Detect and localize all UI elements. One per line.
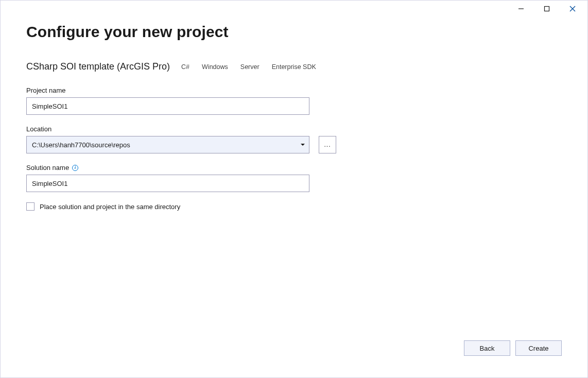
same-directory-label: Place solution and project in the same d… [40,203,180,211]
same-directory-checkbox[interactable] [26,202,34,211]
create-button[interactable]: Create [515,340,562,356]
window-controls [514,1,587,17]
template-line: CSharp SOI template (ArcGIS Pro) C# Wind… [26,61,563,72]
footer-buttons: Back Create [464,340,562,356]
chevron-down-icon [301,144,305,146]
location-combobox[interactable]: C:\Users\hanh7700\source\repos [26,136,309,153]
project-name-input[interactable] [26,97,309,115]
project-name-label: Project name [26,87,563,94]
tag-enterprise-sdk: Enterprise SDK [271,62,317,72]
solution-name-input[interactable] [26,175,309,192]
solution-name-label: Solution name i [26,164,563,171]
tag-server: Server [239,62,261,72]
template-name: CSharp SOI template (ArcGIS Pro) [26,61,170,72]
location-value: C:\Users\hanh7700\source\repos [32,141,130,149]
info-icon[interactable]: i [72,165,78,171]
page-title: Configure your new project [26,23,563,41]
tag-windows: Windows [201,62,229,72]
tag-csharp: C# [180,62,191,72]
browse-button[interactable]: ... [319,136,336,153]
svg-rect-1 [545,7,549,11]
minimize-button[interactable] [514,2,528,15]
main-content: Configure your new project CSharp SOI te… [26,23,563,211]
maximize-button[interactable] [540,2,554,15]
solution-name-label-text: Solution name [26,164,69,171]
same-directory-checkbox-row: Place solution and project in the same d… [26,202,563,211]
location-label: Location [26,125,563,133]
back-button[interactable]: Back [464,340,510,356]
close-button[interactable] [566,2,579,15]
